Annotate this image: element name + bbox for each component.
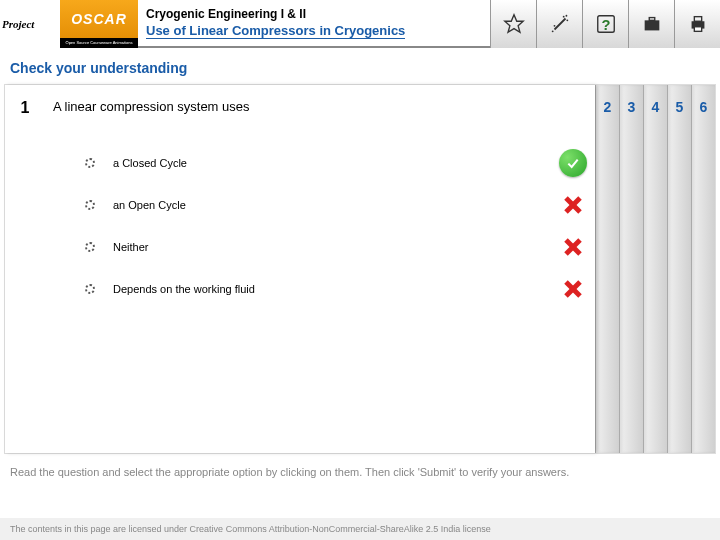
tab-q4[interactable]: 4 — [643, 85, 667, 453]
question-number-column: 1 — [5, 85, 45, 453]
header: Project OSCAR Open Source Courseware Ani… — [0, 0, 720, 48]
svg-point-6 — [551, 30, 553, 32]
option-row[interactable]: Neither — [85, 226, 595, 268]
question-panel: 1 A linear compression system uses a Clo… — [5, 85, 595, 453]
logo: Project OSCAR Open Source Courseware Ani… — [0, 0, 138, 48]
option-label: Depends on the working fluid — [113, 283, 551, 295]
star-icon[interactable] — [490, 0, 536, 48]
print-icon[interactable] — [674, 0, 720, 48]
option-row[interactable]: a Closed Cycle — [85, 142, 595, 184]
option-row[interactable]: an Open Cycle — [85, 184, 595, 226]
svg-rect-9 — [644, 20, 659, 30]
wrong-icon — [551, 235, 595, 259]
logo-project: Project — [0, 0, 60, 48]
svg-point-5 — [553, 25, 555, 27]
options-list: a Closed Cycle an Open Cycle Neither Dep… — [53, 142, 595, 310]
quiz-area: 1 A linear compression system uses a Clo… — [4, 84, 716, 454]
wand-icon[interactable] — [536, 0, 582, 48]
radio-icon[interactable] — [85, 158, 95, 168]
svg-point-2 — [562, 16, 564, 18]
svg-marker-0 — [504, 15, 522, 32]
radio-icon[interactable] — [85, 242, 95, 252]
logo-oscar-subtitle: Open Source Courseware Animations Reposi… — [60, 38, 138, 48]
course-title: Cryogenic Engineering I & II — [146, 7, 482, 21]
license-text: The contents in this page are licensed u… — [0, 518, 720, 540]
wrong-icon — [551, 193, 595, 217]
question-tabs: 2 3 4 5 6 — [595, 85, 715, 453]
question-number: 1 — [5, 99, 45, 117]
section-title: Check your understanding — [0, 48, 720, 84]
title-area: Cryogenic Engineering I & II Use of Line… — [138, 0, 490, 46]
correct-icon — [551, 149, 595, 177]
radio-icon[interactable] — [85, 284, 95, 294]
instruction-text: Read the question and select the appropr… — [0, 454, 720, 486]
svg-text:?: ? — [601, 17, 610, 33]
tab-q6[interactable]: 6 — [691, 85, 715, 453]
svg-line-1 — [554, 19, 565, 30]
tab-q2[interactable]: 2 — [595, 85, 619, 453]
lesson-title: Use of Linear Compressors in Cryogenics — [146, 23, 405, 39]
briefcase-icon[interactable] — [628, 0, 674, 48]
option-label: a Closed Cycle — [113, 157, 551, 169]
tab-q5[interactable]: 5 — [667, 85, 691, 453]
toolbar: ? — [490, 0, 720, 48]
option-row[interactable]: Depends on the working fluid — [85, 268, 595, 310]
help-icon[interactable]: ? — [582, 0, 628, 48]
question-text: A linear compression system uses — [53, 99, 595, 114]
svg-rect-12 — [694, 17, 701, 22]
svg-rect-10 — [649, 18, 655, 21]
logo-project-text: Project — [2, 18, 60, 30]
wrong-icon — [551, 277, 595, 301]
radio-icon[interactable] — [85, 200, 95, 210]
logo-oscar: OSCAR Open Source Courseware Animations … — [60, 0, 138, 48]
svg-point-3 — [566, 19, 568, 21]
question-body: A linear compression system uses a Close… — [45, 85, 595, 453]
tab-q3[interactable]: 3 — [619, 85, 643, 453]
svg-rect-13 — [694, 27, 701, 32]
option-label: an Open Cycle — [113, 199, 551, 211]
logo-oscar-text: OSCAR — [60, 0, 138, 38]
svg-point-4 — [565, 15, 567, 17]
option-label: Neither — [113, 241, 551, 253]
